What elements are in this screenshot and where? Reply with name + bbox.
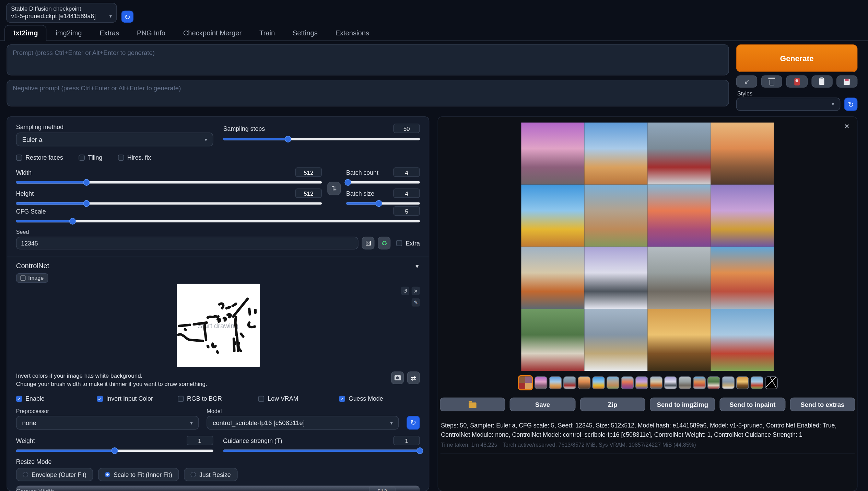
gallery-image-stone-house-meadow[interactable]: [584, 185, 647, 247]
gallery-image-orange-houses-roadside[interactable]: [521, 247, 584, 309]
gallery-image-colorful-houses-sunset-sun[interactable]: [711, 185, 774, 247]
tab-png-info[interactable]: PNG Info: [128, 25, 174, 41]
gallery-image-village-street-pink-sunset[interactable]: [521, 123, 584, 185]
thumbnail-snowy-cabins-purple-sky[interactable]: [664, 376, 677, 389]
gallery-image-yellow-house-hillside[interactable]: [521, 185, 584, 247]
preprocessor-dropdown[interactable]: none ▾: [16, 416, 199, 430]
thumbnail-weathered-barn-grey[interactable]: [678, 376, 691, 389]
cfg-scale-value[interactable]: 5: [393, 206, 420, 216]
gallery-image-sunset-street-houses[interactable]: [711, 123, 774, 185]
height-value[interactable]: 512: [295, 189, 322, 198]
hires-fix-checkbox[interactable]: [118, 155, 124, 161]
tab-txt2img[interactable]: txt2img: [4, 25, 47, 41]
guidance-strength-slider[interactable]: [223, 450, 420, 452]
controlnet-model-dropdown[interactable]: control_scribble-fp16 [c508311e] ▾: [207, 416, 399, 430]
gallery-image-snowy-mountain-cabin[interactable]: [584, 309, 647, 371]
batch-count-slider[interactable]: [346, 181, 420, 183]
gallery-image-red-house-purple-path[interactable]: [647, 185, 711, 247]
thumbnail-controlnet-scribble[interactable]: [765, 376, 777, 389]
gallery-image-golden-sunset-barn[interactable]: [647, 309, 711, 371]
thumbnail-village-street-pink-sunset[interactable]: [534, 376, 547, 389]
gallery-image-red-houses-snow-gravel[interactable]: [647, 123, 711, 185]
tab-extras[interactable]: Extras: [91, 25, 128, 41]
tab-checkpoint-merger[interactable]: Checkpoint Merger: [174, 25, 250, 41]
batch-count-value[interactable]: 4: [393, 168, 420, 177]
tab-img2img[interactable]: img2img: [47, 25, 91, 41]
brush-pencil-icon[interactable]: ✎: [412, 298, 420, 307]
batch-size-slider[interactable]: [346, 202, 420, 204]
tab-extensions[interactable]: Extensions: [327, 25, 378, 41]
thumbnail-white-house-red-brush[interactable]: [707, 376, 720, 389]
negative-prompt-input[interactable]: [7, 80, 729, 107]
thumbnail-orange-cottages-blue-sky[interactable]: [549, 376, 561, 389]
tab-settings[interactable]: Settings: [284, 25, 327, 41]
thumbnail-snowy-mountain-cabin[interactable]: [722, 376, 734, 389]
close-gallery-icon[interactable]: ✕: [844, 123, 850, 130]
sampling-method-dropdown[interactable]: Euler a ▾: [16, 133, 213, 146]
refresh-styles-button[interactable]: ↻: [844, 98, 858, 111]
resize-mode-scale-to-fit-inner-fit[interactable]: Scale to Fit (Inner Fit): [98, 468, 179, 481]
trash-button[interactable]: [761, 76, 783, 88]
save-button[interactable]: Save: [510, 398, 575, 411]
thumbnail-red-houses-snow-gravel[interactable]: [563, 376, 576, 389]
mirror-webcam-button[interactable]: ⇄: [407, 372, 420, 384]
collapse-arrow-icon[interactable]: ▼: [414, 263, 420, 269]
cfg-scale-slider[interactable]: [16, 220, 420, 222]
gallery-image-red-farmhouse-green-field[interactable]: [711, 309, 774, 371]
checkpoint-dropdown[interactable]: v1-5-pruned.ckpt [e1441589a6] ▾: [11, 13, 112, 19]
sampling-steps-slider[interactable]: [223, 138, 420, 140]
enable-checkbox[interactable]: [16, 396, 22, 402]
gallery-image-weathered-barn-grey[interactable]: [647, 247, 711, 309]
tab-train[interactable]: Train: [250, 25, 284, 41]
thumbnail-sunset-street-houses[interactable]: [577, 376, 590, 389]
guess-mode-checkbox[interactable]: [339, 396, 345, 402]
tiling-checkbox[interactable]: [79, 155, 85, 161]
thumbnail-colorful-houses-sunset-sun[interactable]: [635, 376, 648, 389]
invert-input-color-checkbox[interactable]: [97, 396, 103, 402]
thumbnail-orange-houses-roadside[interactable]: [649, 376, 662, 389]
refresh-models-button[interactable]: ↻: [407, 416, 420, 430]
width-value[interactable]: 512: [295, 168, 322, 177]
guidance-strength-value[interactable]: 1: [393, 436, 420, 445]
batch-size-value[interactable]: 4: [393, 189, 420, 198]
undo-icon[interactable]: ↺: [401, 287, 409, 295]
resize-mode-envelope-outer-fit[interactable]: Envelope (Outer Fit): [16, 468, 93, 481]
thumbnail-colorful-alley-street[interactable]: [693, 376, 705, 389]
controlnet-drawing-canvas[interactable]: Start drawing: [176, 284, 259, 367]
restore-faces-checkbox[interactable]: [16, 155, 22, 161]
paste-params-button[interactable]: ↙: [736, 76, 758, 88]
zip-button[interactable]: Zip: [580, 398, 645, 411]
low-vram-checkbox[interactable]: [258, 396, 265, 402]
clear-canvas-close-icon[interactable]: ✕: [412, 287, 420, 295]
open-folder-button[interactable]: [440, 398, 505, 411]
thumbnail-yellow-house-hillside[interactable]: [592, 376, 605, 389]
width-slider[interactable]: [16, 181, 322, 183]
gallery-image-colorful-alley-street[interactable]: [711, 247, 774, 309]
thumbnail-red-farmhouse-green-field[interactable]: [750, 376, 763, 389]
extra-networks-card-button[interactable]: [786, 76, 808, 88]
weight-value[interactable]: 1: [186, 436, 213, 445]
thumbnail-stone-house-meadow[interactable]: [606, 376, 619, 389]
thumbnail-grid-montage[interactable]: [518, 375, 533, 390]
thumbnail-golden-sunset-barn[interactable]: [736, 376, 749, 389]
height-slider[interactable]: [16, 202, 322, 204]
weight-slider[interactable]: [16, 450, 213, 452]
controlnet-image-tab[interactable]: Image: [16, 273, 48, 283]
refresh-checkpoint-button[interactable]: ↻: [121, 11, 134, 23]
generate-button[interactable]: Generate: [736, 44, 858, 72]
send-to-extras-button[interactable]: Send to extras: [790, 398, 855, 411]
save-style-floppy-button[interactable]: [836, 76, 858, 88]
webcam-button[interactable]: [391, 372, 404, 384]
resize-mode-just-resize[interactable]: Just Resize: [184, 468, 237, 481]
sampling-steps-value[interactable]: 50: [393, 124, 420, 133]
gallery-image-white-house-red-brush[interactable]: [521, 309, 584, 371]
thumbnail-red-house-purple-path[interactable]: [621, 376, 633, 389]
send-to-inpaint-button[interactable]: Send to inpaint: [720, 398, 785, 411]
swap-width-height-button[interactable]: ⇅: [327, 182, 341, 195]
collapsed-section-bar[interactable]: [16, 486, 420, 491]
rgb-to-bgr-checkbox[interactable]: [178, 396, 184, 402]
send-to-img2img-button[interactable]: Send to img2img: [650, 398, 715, 411]
styles-dropdown[interactable]: ▾: [736, 98, 841, 111]
prompt-input[interactable]: [7, 44, 729, 75]
reuse-seed-recycle-button[interactable]: ♻: [378, 237, 391, 249]
